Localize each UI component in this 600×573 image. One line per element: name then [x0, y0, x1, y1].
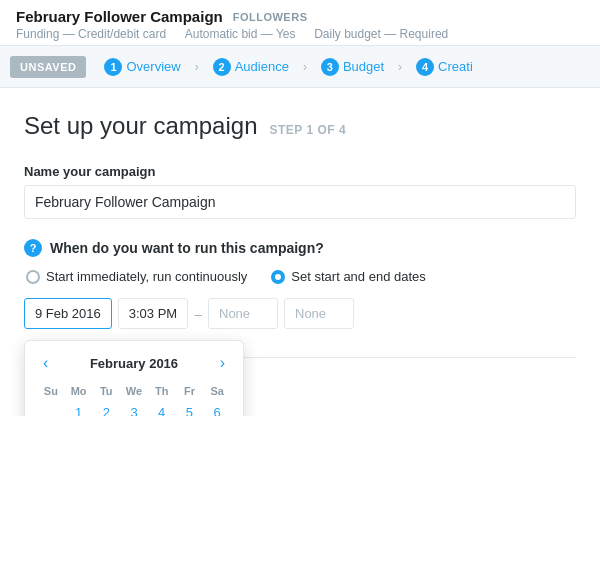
step-audience[interactable]: 2 Audience	[205, 54, 297, 80]
weekday-we: We	[120, 381, 148, 401]
calendar-day	[37, 401, 65, 416]
step-budget[interactable]: 3 Budget	[313, 54, 392, 80]
calendar-month-year: February 2016	[90, 356, 178, 371]
weekday-th: Th	[148, 381, 176, 401]
campaign-meta: Funding — Credit/debit card Automatic bi…	[16, 27, 584, 41]
calendar-body: 1234567891011121314151617181920212223242…	[37, 401, 231, 416]
help-icon[interactable]: ?	[24, 239, 42, 257]
step-overview[interactable]: 1 Overview	[96, 54, 188, 80]
weekday-su: Su	[37, 381, 65, 401]
run-option-group: Start immediately, run continuously Set …	[26, 269, 576, 284]
option-immediately[interactable]: Start immediately, run continuously	[26, 269, 247, 284]
radio-set-dates[interactable]	[271, 270, 285, 284]
end-date-input[interactable]: None	[208, 298, 278, 329]
calendar-day[interactable]: 1	[65, 401, 93, 416]
unsaved-button[interactable]: UNSAVED	[10, 56, 86, 78]
arrow3: ›	[398, 60, 402, 74]
calendar-weekdays: Su Mo Tu We Th Fr Sa	[37, 381, 231, 401]
name-field-label: Name your campaign	[24, 164, 576, 179]
calendar-header: ‹ February 2016 ›	[37, 353, 231, 373]
weekday-mo: Mo	[65, 381, 93, 401]
step1-num: 1	[104, 58, 122, 76]
prev-month-button[interactable]: ‹	[37, 353, 54, 373]
step4-num: 4	[416, 58, 434, 76]
next-month-button[interactable]: ›	[214, 353, 231, 373]
step2-label: Audience	[235, 59, 289, 74]
step-creative[interactable]: 4 Creati	[408, 54, 481, 80]
when-title: When do you want to run this campaign?	[50, 240, 324, 256]
page-heading: Set up your campaign STEP 1 OF 4	[24, 112, 576, 140]
start-date-input[interactable]: 9 Feb 2016	[24, 298, 112, 329]
when-header: ? When do you want to run this campaign?	[24, 239, 576, 257]
date-row: 9 Feb 2016 3:03 PM – None None ‹ Februar…	[24, 298, 576, 329]
calendar-grid: Su Mo Tu We Th Fr Sa 1234567891011121314…	[37, 381, 231, 416]
weekday-sa: Sa	[203, 381, 231, 401]
when-section: ? When do you want to run this campaign?…	[24, 239, 576, 329]
option-immediately-label: Start immediately, run continuously	[46, 269, 247, 284]
weekday-fr: Fr	[176, 381, 204, 401]
calendar-week: 123456	[37, 401, 231, 416]
campaign-type-badge: FOLLOWERS	[233, 11, 308, 23]
weekday-tu: Tu	[92, 381, 120, 401]
option-set-dates[interactable]: Set start and end dates	[271, 269, 425, 284]
campaign-header: February Follower Campaign FOLLOWERS Fun…	[0, 0, 600, 46]
name-field-group: Name your campaign	[24, 164, 576, 219]
step3-label: Budget	[343, 59, 384, 74]
option-set-dates-label: Set start and end dates	[291, 269, 425, 284]
step1-label: Overview	[126, 59, 180, 74]
calendar-day[interactable]: 4	[148, 401, 176, 416]
arrow1: ›	[195, 60, 199, 74]
campaign-name-input[interactable]	[24, 185, 576, 219]
calendar-day[interactable]: 2	[92, 401, 120, 416]
funding-meta: Funding — Credit/debit card	[16, 27, 166, 41]
radio-immediately[interactable]	[26, 270, 40, 284]
calendar-day[interactable]: 6	[203, 401, 231, 416]
step3-num: 3	[321, 58, 339, 76]
step4-label: Creati	[438, 59, 473, 74]
date-separator: –	[194, 306, 202, 322]
step2-num: 2	[213, 58, 231, 76]
arrow2: ›	[303, 60, 307, 74]
meta-sep1	[172, 27, 179, 41]
budget-meta: Daily budget — Required	[314, 27, 448, 41]
bid-meta: Automatic bid — Yes	[185, 27, 296, 41]
step-indicator: STEP 1 OF 4	[269, 123, 346, 137]
main-content: Set up your campaign STEP 1 OF 4 Name yo…	[0, 88, 600, 416]
calendar-day[interactable]: 5	[176, 401, 204, 416]
start-time-input[interactable]: 3:03 PM	[118, 298, 188, 329]
step-navbar: UNSAVED 1 Overview › 2 Audience › 3 Budg…	[0, 46, 600, 88]
page-title: Set up your campaign	[24, 112, 257, 140]
campaign-title: February Follower Campaign	[16, 8, 223, 25]
calendar-day[interactable]: 3	[120, 401, 148, 416]
end-time-input[interactable]: None	[284, 298, 354, 329]
calendar-popup: ‹ February 2016 › Su Mo Tu We Th Fr Sa	[24, 340, 244, 416]
meta-sep2	[301, 27, 308, 41]
